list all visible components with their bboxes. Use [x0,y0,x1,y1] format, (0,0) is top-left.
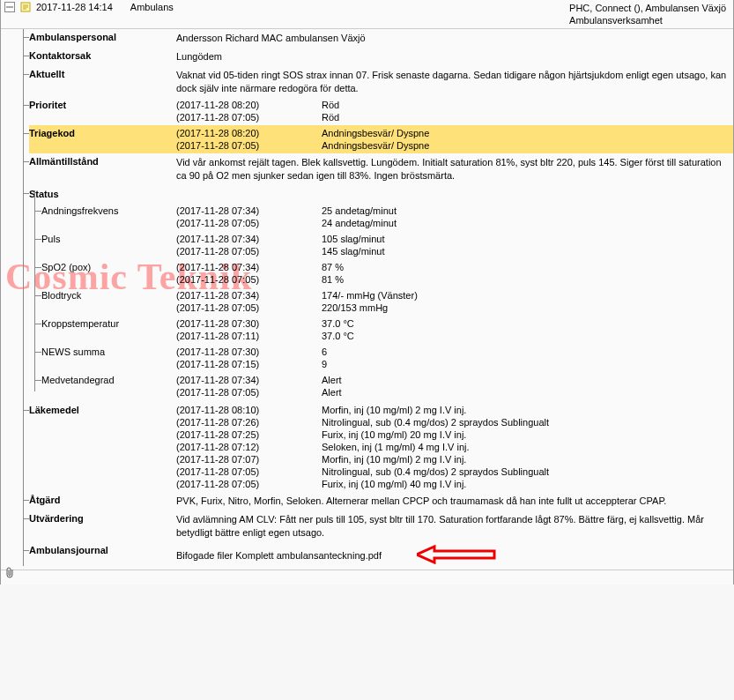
record-header[interactable]: 2017-11-28 14:14 Ambulans PHC, Connect (… [1,0,733,29]
status-temp[interactable]: Kroppstemperatur(2017-11-28 07:30)37.0 °… [41,316,728,344]
field-allmantillstand[interactable]: AllmäntillståndVid vår ankomst rejält ta… [29,153,733,185]
news-value: 6 [322,346,723,357]
blodtryck-value: 174/- mmHg (Vänster) [322,290,723,301]
news-timestamp: (2017-11-28 07:15) [176,359,313,369]
andning-value: 24 andetag/minut [322,218,723,228]
spo2-timestamp: (2017-11-28 07:05) [176,274,313,285]
medvet-value: Alert [322,375,723,385]
field-value: Lungödem [176,49,728,64]
triagekod-timestamp: (2017-11-28 08:20) [176,128,313,138]
temp-value: 37.0 °C [322,331,723,341]
field-value: Bifogade filer Komplett ambulansanteckni… [176,544,728,569]
field-label: Medvetandegrad [41,374,176,385]
field-label: Åtgärd [29,494,176,505]
triagekod-value: Andningsbesvär/ Dyspne [322,140,728,151]
field-atgard[interactable]: ÅtgärdPVK, Furix, Nitro, Morfin, Seloken… [29,492,733,510]
field-value: Andersson Richard MAC ambulansen Växjö [176,31,728,46]
medvet-timestamp: (2017-11-28 07:34) [176,375,313,385]
andning-timestamp: (2017-11-28 07:34) [176,205,313,216]
attachment-icon[interactable] [4,567,15,581]
header-title: Ambulans [130,2,174,12]
field-aktuellt[interactable]: AktuelltVaknat vid 05-tiden ringt SOS st… [29,66,733,98]
field-ambulanspersonal[interactable]: AmbulanspersonalAndersson Richard MAC am… [29,29,733,48]
collapse-icon[interactable] [4,2,17,12]
field-label: Allmäntillstånd [29,155,176,167]
field-label: SpO2 (pox) [41,261,176,272]
lakemedel-timestamp: (2017-11-28 07:12) [176,442,313,452]
lakemedel-timestamp: (2017-11-28 07:26) [176,417,313,428]
andning-value: 25 andetag/minut [322,205,723,216]
status-news[interactable]: NEWS summa(2017-11-28 07:30)6(2017-11-28… [41,344,728,372]
field-value: PVK, Furix, Nitro, Morfin, Seloken. Alte… [176,494,728,509]
lakemedel-value: Furix, inj (10 mg/ml) 40 mg I.V inj. [322,479,728,489]
medvet-value: Alert [322,387,723,398]
status-medvet[interactable]: Medvetandegrad(2017-11-28 07:34)Alert(20… [41,372,728,400]
lakemedel-timestamp: (2017-11-28 07:25) [176,429,313,440]
andning-timestamp: (2017-11-28 07:05) [176,218,313,228]
field-utvardering[interactable]: UtvärderingVid avlämning AM CLV: Fått ne… [29,510,733,542]
puls-timestamp: (2017-11-28 07:34) [176,234,313,244]
header-context-line1: PHC, Connect (), Ambulansen Växjö [569,2,726,14]
field-triagekod[interactable]: Triagekod(2017-11-28 08:20)Andningsbesvä… [29,125,733,153]
status-puls[interactable]: Puls(2017-11-28 07:34)105 slag/minut(201… [41,231,728,259]
temp-value: 37.0 °C [322,318,723,329]
field-label: Ambulanspersonal [29,31,176,42]
spo2-timestamp: (2017-11-28 07:34) [176,262,313,272]
field-label: Blodtryck [41,289,176,301]
status-andning[interactable]: Andningsfrekvens(2017-11-28 07:34)25 and… [41,203,728,231]
svg-marker-6 [417,547,494,562]
field-status[interactable]: StatusAndningsfrekvens(2017-11-28 07:34)… [29,185,733,402]
prioritet-value: Röd [322,100,728,110]
lakemedel-timestamp: (2017-11-28 08:10) [176,405,313,415]
field-value: Vaknat vid 05-tiden ringt SOS strax inna… [176,68,728,96]
header-datetime: 2017-11-28 14:14 [36,2,113,12]
news-value: 9 [322,359,723,369]
next-record-preview [1,570,733,585]
lakemedel-value: Nitrolingual, sub (0.4 mg/dos) 2 spraydo… [322,466,728,477]
status-spo2[interactable]: SpO2 (pox)(2017-11-28 07:34)87 %(2017-11… [41,259,728,287]
field-label: Kontaktorsak [29,49,176,61]
note-icon [20,2,33,12]
prioritet-value: Röd [322,112,728,123]
lakemedel-value: Seloken, inj (1 mg/ml) 4 mg I.V inj. [322,442,728,452]
field-label: Prioritet [29,99,176,110]
field-lakemedel[interactable]: Läkemedel(2017-11-28 08:10)Morfin, inj (… [29,402,733,492]
field-kontaktorsak[interactable]: KontaktorsakLungödem [29,48,733,66]
field-label: Puls [41,233,176,244]
medvet-timestamp: (2017-11-28 07:05) [176,387,313,398]
temp-timestamp: (2017-11-28 07:11) [176,331,313,341]
spo2-value: 87 % [322,262,723,272]
news-timestamp: (2017-11-28 07:30) [176,346,313,357]
annotation-arrow-icon [417,545,496,568]
lakemedel-value: Nitrolingual, sub (0.4 mg/dos) 2 spraydo… [322,417,728,428]
field-label: NEWS summa [41,346,176,357]
lakemedel-value: Furix, inj (10 mg/ml) 20 mg I.V inj. [322,429,728,440]
field-ambjournal[interactable]: AmbulansjournalBifogade filer Komplett a… [29,542,733,570]
puls-value: 105 slag/minut [322,234,723,244]
field-value: Vid vår ankomst rejält tagen. Blek kalls… [176,155,728,183]
field-label: Andningsfrekvens [41,205,176,216]
puls-timestamp: (2017-11-28 07:05) [176,246,313,257]
lakemedel-timestamp: (2017-11-28 07:07) [176,454,313,465]
field-label: Ambulansjournal [29,544,176,555]
puls-value: 145 slag/minut [322,246,723,257]
triagekod-timestamp: (2017-11-28 07:05) [176,140,313,151]
lakemedel-timestamp: (2017-11-28 07:05) [176,466,313,477]
field-label: Aktuellt [29,68,176,79]
lakemedel-value: Morfin, inj (10 mg/ml) 2 mg I.V inj. [322,454,728,465]
blodtryck-timestamp: (2017-11-28 07:05) [176,302,313,313]
record-body: AmbulanspersonalAndersson Richard MAC am… [1,29,733,570]
status-blodtryck[interactable]: Blodtryck(2017-11-28 07:34)174/- mmHg (V… [41,287,728,316]
field-label: Triagekod [29,127,176,138]
blodtryck-timestamp: (2017-11-28 07:34) [176,290,313,301]
lakemedel-timestamp: (2017-11-28 07:05) [176,479,313,489]
blodtryck-value: 220/153 mmHg [322,302,723,313]
field-value: Vid avlämning AM CLV: Fått ner puls till… [176,512,728,540]
prioritet-timestamp: (2017-11-28 07:05) [176,112,313,123]
field-prioritet[interactable]: Prioritet(2017-11-28 08:20)Röd(2017-11-2… [29,97,733,125]
field-label: Status [29,187,728,203]
header-context-line2: Ambulansverksamhet [569,14,726,26]
temp-timestamp: (2017-11-28 07:30) [176,318,313,329]
prioritet-timestamp: (2017-11-28 08:20) [176,100,313,110]
spo2-value: 81 % [322,274,723,285]
